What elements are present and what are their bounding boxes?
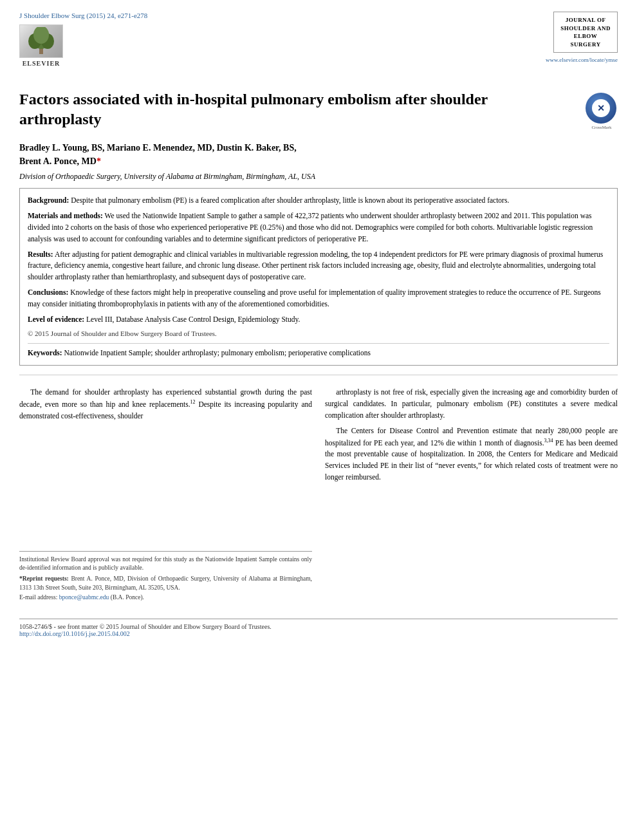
- authors-text-2: Brent A. Ponce, MD*: [19, 156, 101, 166]
- journal-reference: J Shoulder Elbow Surg (2015) 24, e271-e2…: [19, 12, 147, 19]
- methods-text: We used the Nationwide Inpatient Sample …: [28, 212, 593, 243]
- keywords-section: Keywords: Nationwide Inpatient Sample; s…: [28, 348, 609, 359]
- email-info: E-mail address: bponce@uabmc.edu (B.A. P…: [19, 593, 312, 602]
- elsevier-label: ELSEVIER: [23, 60, 60, 67]
- conclusions-text: Knowledge of these factors might help in…: [28, 288, 601, 308]
- crossmark-label: CrossMark: [586, 125, 618, 130]
- results-label: Results:: [28, 250, 53, 258]
- reprint-info: *Reprint requests: Brent A. Ponce, MD, D…: [19, 575, 312, 592]
- journal-name-box: Journal of Shoulder and Elbow Surgery: [553, 12, 618, 53]
- journal-title-line1: Journal of: [560, 16, 611, 24]
- affiliation: Division of Orthopaedic Surgery, Univers…: [19, 172, 618, 182]
- irb-note: Institutional Review Board approval was …: [19, 555, 312, 573]
- body-para-1: The demand for shoulder arthroplasty has…: [19, 387, 312, 422]
- background-text: Despite that pulmonary embolism (PE) is …: [71, 196, 509, 204]
- header-left: J Shoulder Elbow Surg (2015) 24, e271-e2…: [19, 12, 147, 67]
- results-text: After adjusting for patient demographic …: [28, 250, 603, 281]
- email-label: E-mail address:: [19, 594, 57, 601]
- journal-title-line3: Elbow: [560, 32, 611, 41]
- background-label: Background:: [28, 196, 69, 204]
- body-right-para-1: arthroplasty is not free of risk, especi…: [325, 387, 618, 421]
- email-suffix: (B.A. Ponce).: [111, 594, 144, 601]
- level-label: Level of evidence:: [28, 315, 84, 323]
- page-header: J Shoulder Elbow Surg (2015) 24, e271-e2…: [0, 0, 637, 73]
- reprint-label: *Reprint requests:: [19, 575, 69, 582]
- level-of-evidence: Level of evidence: Level III, Database A…: [28, 314, 609, 326]
- crossmark-inner: ✕: [592, 99, 610, 117]
- authors-text: Bradley L. Young, BS, Mariano E. Menende…: [19, 143, 297, 153]
- elsevier-image: [19, 24, 63, 58]
- crossmark-badge[interactable]: ✕ CrossMark: [586, 93, 618, 125]
- conclusions-label: Conclusions:: [28, 288, 68, 296]
- footnote-box: Institutional Review Board approval was …: [19, 551, 312, 602]
- journal-title-line2: Shoulder and: [560, 24, 611, 33]
- methods-label: Materials and methods:: [28, 212, 103, 219]
- page-footer: 1058-2746/$ - see front matter © 2015 Jo…: [19, 619, 618, 641]
- main-content: Factors associated with in-hospital pulm…: [0, 73, 637, 612]
- email-link[interactable]: bponce@uabmc.edu: [59, 594, 109, 601]
- level-text: Level III, Database Analysis Case Contro…: [86, 315, 300, 323]
- body-columns: The demand for shoulder arthroplasty has…: [19, 387, 618, 606]
- authors: Bradley L. Young, BS, Mariano E. Menende…: [19, 141, 618, 168]
- abstract-results: Results: After adjusting for patient dem…: [28, 249, 609, 283]
- abstract-box: Background: Despite that pulmonary embol…: [19, 188, 618, 366]
- ref-12: 12: [190, 399, 196, 405]
- article-title: Factors associated with in-hospital pulm…: [19, 89, 586, 129]
- crossmark-icon[interactable]: ✕: [586, 93, 616, 124]
- crossmark-symbol: ✕: [597, 103, 605, 114]
- journal-title-line4: Surgery: [560, 41, 611, 49]
- article-header: Factors associated with in-hospital pulm…: [19, 80, 618, 136]
- keywords-text: Nationwide Inpatient Sample; shoulder ar…: [64, 349, 371, 357]
- journal-website[interactable]: www.elsevier.com/locate/ymse: [546, 57, 618, 63]
- abstract-conclusions: Conclusions: Knowledge of these factors …: [28, 287, 609, 310]
- footer-issn: 1058-2746/$ - see front matter © 2015 Jo…: [19, 623, 618, 630]
- body-left-column: The demand for shoulder arthroplasty has…: [19, 387, 312, 606]
- ref-3-34: 3,34: [544, 438, 553, 443]
- body-right-column: arthroplasty is not free of risk, especi…: [325, 387, 618, 606]
- footer-doi-link[interactable]: http://dx.doi.org/10.1016/j.jse.2015.04.…: [19, 630, 130, 637]
- body-right-para-2: The Centers for Disease Control and Prev…: [325, 425, 618, 483]
- elsevier-logo: ELSEVIER: [19, 24, 63, 67]
- keywords-label: Keywords:: [28, 349, 62, 357]
- header-right: Journal of Shoulder and Elbow Surgery ww…: [546, 12, 618, 63]
- copyright: © 2015 Journal of Shoulder and Elbow Sur…: [28, 328, 609, 339]
- abstract-methods: Materials and methods: We used the Natio…: [28, 210, 609, 245]
- abstract-background: Background: Despite that pulmonary embol…: [28, 195, 609, 207]
